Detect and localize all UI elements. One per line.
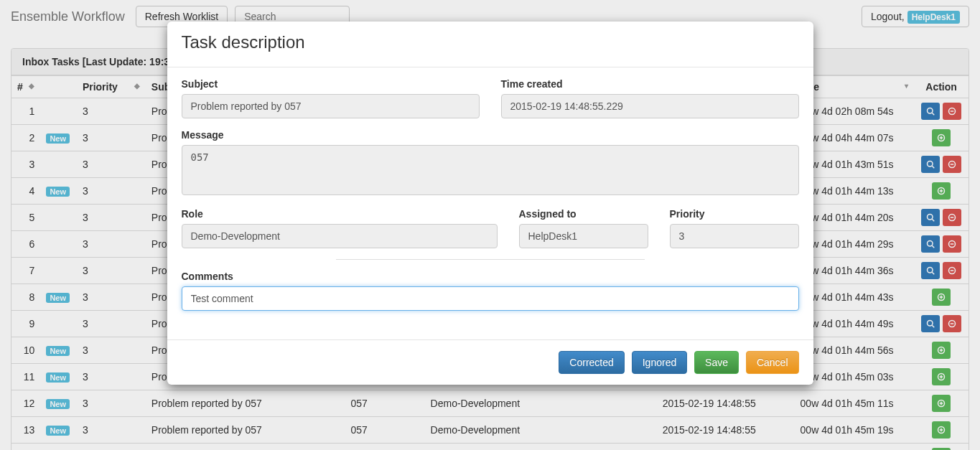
message-field: 057	[182, 145, 799, 195]
subject-field	[182, 94, 480, 118]
time-field	[501, 94, 799, 118]
modal-title: Task description	[182, 32, 799, 52]
priority-label: Priority	[670, 208, 799, 220]
modal-body: Subject Time created Message 057 Role As…	[167, 67, 813, 339]
role-field	[182, 224, 498, 248]
ignored-button[interactable]: Ignored	[632, 351, 687, 374]
modal-footer: Corrected Ignored Save Cancel	[167, 339, 813, 385]
message-label: Message	[182, 129, 799, 141]
time-label: Time created	[501, 78, 799, 90]
priority-field	[670, 224, 799, 248]
corrected-button[interactable]: Corrected	[559, 351, 624, 374]
cancel-button[interactable]: Cancel	[746, 351, 799, 374]
modal-header: Task description	[167, 22, 813, 67]
role-label: Role	[182, 208, 498, 220]
task-modal: Task description Subject Time created Me…	[167, 22, 813, 385]
comments-label: Comments	[182, 271, 799, 282]
comments-field[interactable]	[182, 286, 799, 311]
save-button[interactable]: Save	[694, 351, 739, 374]
assigned-label: Assigned to	[519, 208, 648, 220]
assigned-field	[519, 224, 648, 248]
divider	[336, 259, 645, 260]
subject-label: Subject	[182, 78, 480, 90]
